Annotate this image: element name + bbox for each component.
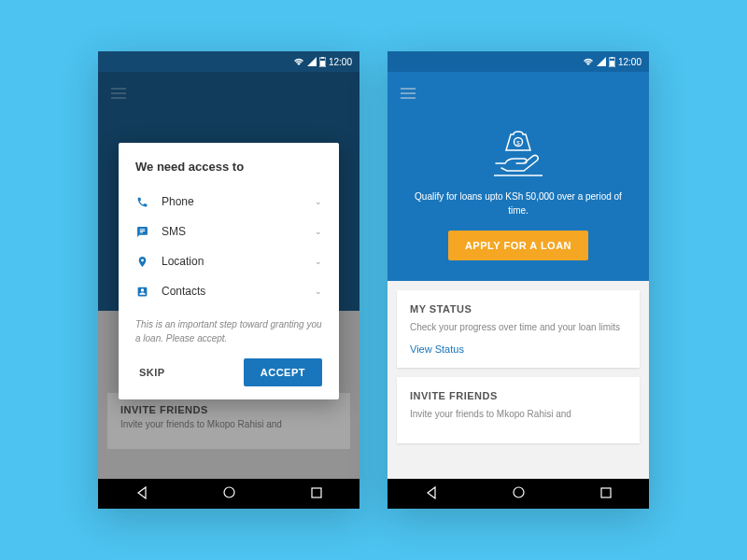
view-status-link[interactable]: View Status bbox=[410, 343, 627, 355]
apply-loan-button[interactable]: APPLY FOR A LOAN bbox=[448, 231, 588, 260]
status-time: 12:00 bbox=[618, 57, 641, 67]
location-icon bbox=[135, 255, 148, 268]
dialog-title: We need access to bbox=[135, 160, 322, 174]
svg-rect-4 bbox=[312, 488, 321, 497]
status-card: MY STATUS Check your progress over time … bbox=[397, 290, 640, 368]
card-desc: Check your progress over time and your l… bbox=[410, 320, 627, 334]
permission-label: Phone bbox=[162, 195, 302, 208]
recent-icon[interactable] bbox=[311, 486, 322, 501]
money-hand-icon: $ bbox=[490, 130, 546, 178]
back-icon[interactable] bbox=[135, 486, 148, 502]
accept-button[interactable]: ACCEPT bbox=[244, 358, 322, 386]
contacts-icon bbox=[135, 285, 148, 298]
permission-location[interactable]: Location ⌄ bbox=[135, 246, 322, 276]
svg-rect-2 bbox=[320, 61, 325, 66]
dialog-actions: SKIP ACCEPT bbox=[135, 358, 322, 386]
chevron-down-icon: ⌄ bbox=[315, 227, 322, 236]
permission-contacts[interactable]: Contacts ⌄ bbox=[135, 276, 322, 306]
sms-icon bbox=[135, 225, 148, 238]
menu-icon[interactable] bbox=[401, 88, 416, 99]
signal-icon bbox=[307, 57, 317, 66]
phone-screen-home: 12:00 $ Qualify for loans upto KSh 50,00… bbox=[388, 51, 649, 509]
chevron-down-icon: ⌄ bbox=[315, 257, 322, 266]
chevron-down-icon: ⌄ bbox=[315, 287, 322, 296]
chevron-down-icon: ⌄ bbox=[315, 197, 322, 206]
card-desc: Invite your friends to Mkopo Rahisi and bbox=[410, 407, 627, 421]
svg-rect-12 bbox=[601, 488, 611, 497]
permission-label: Location bbox=[162, 255, 302, 268]
phone-screen-permissions: 12:00 INVITE FRIENDS Invite your friends… bbox=[98, 51, 359, 509]
recent-icon[interactable] bbox=[600, 486, 612, 501]
permission-sms[interactable]: SMS ⌄ bbox=[135, 217, 322, 246]
svg-text:$: $ bbox=[516, 140, 520, 146]
svg-rect-1 bbox=[321, 57, 324, 59]
permissions-dialog: We need access to Phone ⌄ SMS ⌄ Location… bbox=[119, 143, 339, 399]
cards-container: MY STATUS Check your progress over time … bbox=[388, 281, 649, 462]
card-title: INVITE FRIENDS bbox=[410, 390, 627, 401]
svg-rect-7 bbox=[610, 61, 614, 66]
svg-point-3 bbox=[224, 487, 234, 497]
permission-phone[interactable]: Phone ⌄ bbox=[135, 187, 322, 217]
card-title: MY STATUS bbox=[410, 303, 627, 315]
svg-rect-6 bbox=[611, 57, 613, 59]
phone-icon bbox=[135, 195, 148, 208]
wifi-icon bbox=[293, 57, 304, 66]
hero-section: $ Qualify for loans upto KSh 50,000 over… bbox=[388, 115, 649, 281]
permission-label: SMS bbox=[162, 225, 302, 238]
dialog-note: This is an important step toward grantin… bbox=[135, 317, 322, 345]
invite-card: INVITE FRIENDS Invite your friends to Mk… bbox=[397, 377, 640, 443]
status-bar: 12:00 bbox=[388, 51, 649, 72]
permission-label: Contacts bbox=[162, 285, 302, 298]
status-bar: 12:00 bbox=[98, 51, 359, 72]
android-nav-bar bbox=[388, 479, 649, 509]
hero-text: Qualify for loans upto KSh 50,000 over a… bbox=[406, 189, 630, 217]
battery-icon bbox=[319, 57, 326, 67]
battery-icon bbox=[609, 57, 615, 67]
svg-point-11 bbox=[514, 487, 524, 497]
skip-button[interactable]: SKIP bbox=[135, 359, 169, 385]
wifi-icon bbox=[583, 57, 594, 66]
app-header bbox=[388, 72, 649, 115]
signal-icon bbox=[597, 57, 606, 66]
home-icon[interactable] bbox=[223, 486, 235, 501]
home-icon[interactable] bbox=[513, 486, 525, 501]
back-icon[interactable] bbox=[425, 486, 438, 502]
status-time: 12:00 bbox=[329, 57, 352, 67]
android-nav-bar bbox=[98, 479, 359, 509]
